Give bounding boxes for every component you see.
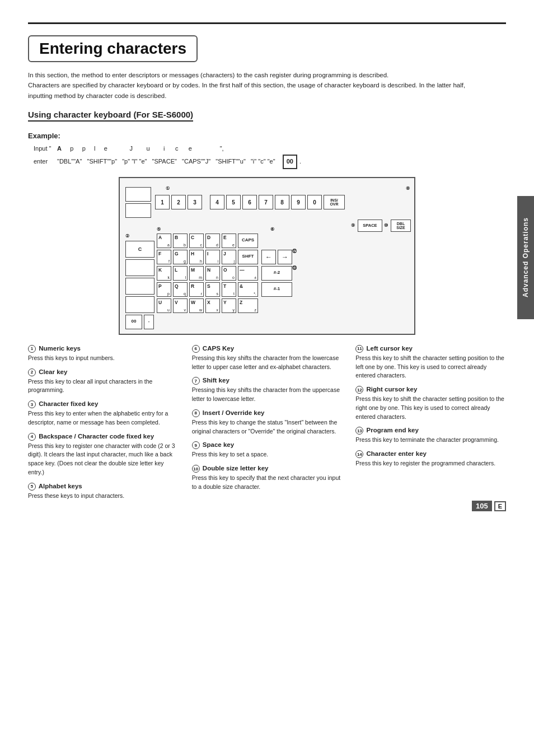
key-D[interactable]: Dd [205, 234, 220, 248]
key-Y[interactable]: Yy [222, 298, 236, 313]
intro-line-2: Characters are specified by character ke… [28, 80, 487, 101]
top-border [28, 22, 506, 24]
key-0[interactable]: 0 [307, 195, 322, 209]
key-U[interactable]: Uu [157, 298, 171, 313]
alpha-row-1: Aa Bb Cc Dd Ee CAPS [157, 234, 292, 248]
example-section: Example: Input " A p p l e J u i c e ", … [28, 132, 506, 169]
example-row-1: Input " A p p l e J u i c e ", [34, 143, 506, 155]
key-7[interactable]: 7 [259, 195, 273, 209]
desc-8: 8 Insert / Override key Press this key t… [192, 409, 343, 436]
desc-8-title: 8 Insert / Override key [192, 409, 343, 417]
desc-10-title: 10 Double size letter key [192, 465, 343, 473]
key-S[interactable]: Ss [205, 282, 220, 297]
key-1[interactable]: 1 [155, 195, 170, 209]
desc-10: 10 Double size letter key Press this key… [192, 465, 343, 492]
circle-12: 12 [355, 386, 363, 394]
key-5[interactable]: 5 [226, 195, 241, 209]
example-codes: "DBL""A" "SHIFT""p" "p" "l" "e" "SPACE" … [57, 156, 280, 167]
key-6[interactable]: 6 [242, 195, 257, 209]
key-func-2[interactable] [125, 259, 154, 276]
key-dbl-size[interactable]: DBLSIZE [391, 220, 411, 232]
key-9[interactable]: 9 [291, 195, 306, 209]
key-R[interactable]: Rr [189, 282, 204, 297]
key-right-cursor[interactable]: → [278, 250, 292, 264]
key-K[interactable]: Kk [157, 266, 171, 281]
desc-9: 9 Space key Press this key to set a spac… [192, 441, 343, 459]
key-F[interactable]: Ff [157, 250, 171, 264]
keyboard-diagram: ① ⑧ 1 2 3 4 5 6 [119, 177, 415, 335]
annot-10: ⑩ [384, 223, 388, 228]
key-X[interactable]: Xx [205, 298, 220, 313]
desc-4: 4 Backspace / Character code fixed key P… [28, 433, 179, 477]
key-Q[interactable]: Qq [173, 282, 188, 297]
key-A[interactable]: Aa [157, 234, 171, 248]
key-H[interactable]: Hh [189, 250, 204, 264]
desc-9-body: Press this key to set a space. [192, 450, 343, 459]
circle-5: 5 [28, 483, 36, 491]
key-amp-star[interactable]: &*. [238, 282, 258, 297]
key-W[interactable]: Ww [189, 298, 204, 313]
key-O[interactable]: Oo [222, 266, 236, 281]
key-func-3[interactable] [125, 278, 154, 295]
key-ins-ovr[interactable]: INS/OVR [324, 195, 345, 209]
example-A: A p p l e J u i c e [57, 143, 218, 155]
alpha-section: ② C 00 · ⑤ [125, 234, 411, 329]
annot-13: ⑬ [292, 265, 297, 271]
desc-col-2: 6 CAPS Key Pressing this key shifts the … [192, 345, 343, 506]
circle-3: 3 [28, 400, 36, 408]
key-minus-plus[interactable]: —± [238, 266, 258, 281]
key-2[interactable]: 2 [171, 195, 186, 209]
key-G[interactable]: Gg [173, 250, 188, 264]
desc-9-title: 9 Space key [192, 441, 343, 449]
key-4[interactable]: 4 [210, 195, 224, 209]
desc-3-body: Press this key to enter when the alphabe… [28, 409, 179, 427]
key-caps[interactable]: CAPS [238, 234, 258, 248]
key-hash2[interactable]: #-2 [261, 266, 292, 281]
key-T[interactable]: Tt [222, 282, 236, 297]
number-row: 1 2 3 4 5 6 7 8 9 0 INS/OVR [125, 187, 411, 218]
key-8[interactable]: 8 [275, 195, 289, 209]
key-hash1[interactable]: #-1 [261, 282, 292, 297]
key-P[interactable]: Pp [157, 282, 171, 297]
circle-13: 13 [355, 427, 363, 435]
intro-paragraph: In this section, the method to enter des… [28, 70, 487, 101]
key-L[interactable]: Ll [173, 266, 188, 281]
desc-4-body: Press this key to register one character… [28, 442, 179, 477]
desc-2-body: Press this key to clear all input charac… [28, 377, 179, 395]
annot-2: ② [125, 234, 154, 239]
key-E[interactable]: Ee [222, 234, 236, 248]
desc-col-3: 11 Left cursor key Press this key to shi… [355, 345, 506, 506]
alpha-row-3: ⑬ Kk Ll Mm Nn Oo —± #-2 [157, 266, 292, 281]
key-space[interactable]: SPACE [358, 220, 382, 232]
desc-6-body: Pressing this key shifts the character f… [192, 354, 343, 372]
key-c-clear[interactable]: C [125, 241, 154, 258]
key-I[interactable]: Ii [205, 250, 220, 264]
key-3[interactable]: 3 [188, 195, 202, 209]
example-end-quote: ", [220, 143, 224, 155]
key-B[interactable]: Bb [173, 234, 188, 248]
sidebar-label: Advanced Operations [517, 196, 534, 319]
key-V[interactable]: Vv [173, 298, 188, 313]
key-shft[interactable]: SHFT [238, 250, 258, 264]
desc-12-title: 12 Right cursor key [355, 386, 506, 394]
page-container: Entering characters In this section, the… [0, 0, 534, 528]
desc-12-body: Press this key to shift the character se… [355, 395, 506, 421]
desc-14: 14 Character enter key Press this key to… [355, 450, 506, 468]
key-func-4[interactable] [125, 296, 154, 313]
key-M[interactable]: Mm [189, 266, 204, 281]
key-dot[interactable]: · [144, 315, 154, 329]
key-00[interactable]: 00 [125, 315, 142, 329]
key-C[interactable]: Cc [189, 234, 204, 248]
desc-2-title: 2 Clear key [28, 368, 179, 376]
left-function-keys: ② C 00 · [125, 234, 154, 329]
key-Z[interactable]: Zz [238, 298, 258, 313]
desc-4-title: 4 Backspace / Character code fixed key [28, 433, 179, 441]
desc-3-title: 3 Character fixed key [28, 400, 179, 408]
key-left-cursor[interactable]: ← [261, 250, 276, 264]
key-J[interactable]: Jj [222, 250, 236, 264]
code-00-box: 00 [283, 155, 297, 169]
key-N[interactable]: Nn [205, 266, 220, 281]
circle-4: 4 [28, 433, 36, 441]
circle-9: 9 [192, 441, 200, 449]
desc-14-body: Press this key to register the programme… [355, 459, 506, 468]
